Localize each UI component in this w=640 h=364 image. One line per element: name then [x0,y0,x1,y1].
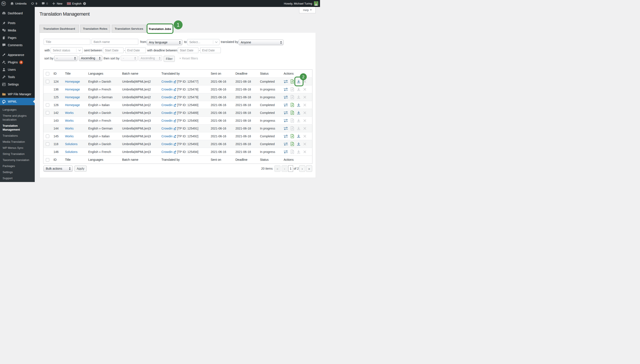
svg-text:?: ? [84,2,85,4]
svg-text:2: 2 [302,74,304,79]
svg-text:1: 1 [177,22,180,28]
svg-text:W: W [2,2,5,5]
